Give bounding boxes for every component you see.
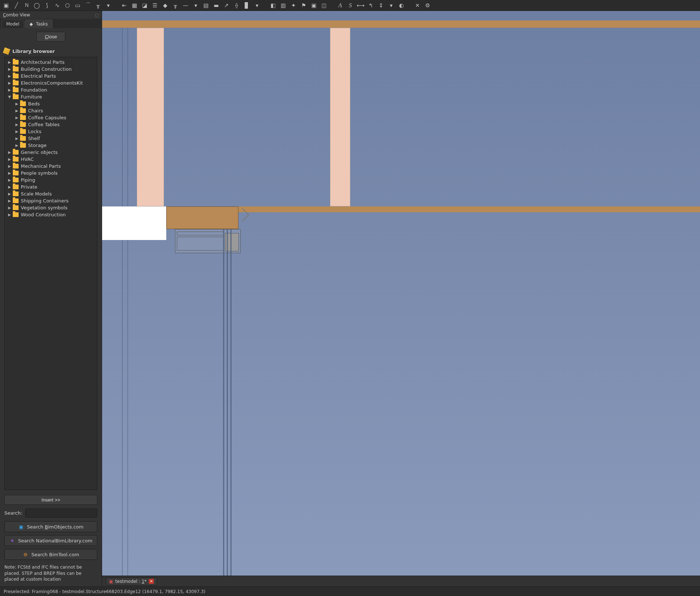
tree-item-private[interactable]: ▶Private bbox=[5, 183, 97, 190]
annotation-text-icon[interactable]: A bbox=[336, 1, 344, 9]
bim-box1-icon[interactable]: ▦ bbox=[131, 1, 139, 9]
placement-note: Note: FCStd and IFC files cannot be plac… bbox=[0, 561, 102, 587]
bim-stack-icon[interactable]: ☰ bbox=[151, 1, 159, 9]
annotation-vert-icon[interactable]: ↕ bbox=[377, 1, 385, 9]
bim-book-icon[interactable]: ▊ bbox=[243, 1, 251, 9]
tool-bridge-icon[interactable]: ╥ bbox=[94, 1, 102, 9]
tree-item-locks[interactable]: ▶Locks bbox=[5, 128, 97, 135]
bim-column-icon[interactable]: ╥ bbox=[171, 1, 179, 9]
model-glazing bbox=[221, 229, 234, 576]
close-button[interactable]: Close bbox=[36, 32, 65, 42]
bim-section-icon[interactable]: ⇤ bbox=[120, 1, 128, 9]
tree-item-furniture[interactable]: ▼Furniture bbox=[5, 93, 97, 100]
search-bimobjects-button[interactable]: ▣ Search BimObjects.com bbox=[4, 521, 97, 532]
tree-item-scale-models[interactable]: ▶Scale Models bbox=[5, 190, 97, 197]
settings-icon[interactable]: ✕ bbox=[413, 1, 421, 9]
library-browser-header[interactable]: Library browser bbox=[0, 45, 102, 57]
tree-item-coffee-tables[interactable]: ▶Coffee Tables bbox=[5, 121, 97, 128]
bim-flag-icon[interactable]: ⚑ bbox=[300, 1, 308, 9]
combo-tabs: Model ◆ Tasks bbox=[0, 19, 102, 28]
nbl-icon: ✷ bbox=[9, 538, 15, 543]
tab-model[interactable]: Model bbox=[1, 20, 24, 28]
bim-slab-icon[interactable]: ◆ bbox=[161, 1, 169, 9]
tool-arc3pt-icon[interactable]: ⌒ bbox=[84, 1, 92, 9]
bimobjects-icon: ▣ bbox=[18, 524, 24, 530]
tree-item-coffee-capsules[interactable]: ▶Coffee Capsules bbox=[5, 114, 97, 121]
tree-item-architectural-parts[interactable]: ▶Architectural Parts bbox=[5, 59, 97, 66]
doc-icon: ▣ bbox=[109, 579, 113, 584]
bim-box2-icon[interactable]: ◪ bbox=[141, 1, 149, 9]
tool-dropdown-icon[interactable]: ▾ bbox=[104, 1, 112, 9]
status-bar: Preselected: Framing068 - testmodel.Stru… bbox=[0, 587, 700, 596]
model-column-right bbox=[330, 28, 350, 206]
annotation-drop-icon[interactable]: ▾ bbox=[387, 1, 395, 9]
tree-item-building-construction[interactable]: ▶Building Construction bbox=[5, 66, 97, 73]
tree-item-people-symbols[interactable]: ▶People symbols bbox=[5, 170, 97, 177]
tree-item-foundation[interactable]: ▶Foundation bbox=[5, 86, 97, 93]
tree-item-storage[interactable]: ▶Storage bbox=[5, 142, 97, 149]
bim-drop-icon[interactable]: ▾ bbox=[192, 1, 200, 9]
model-guide-2 bbox=[128, 28, 128, 576]
tool-polyline-icon[interactable]: Ｎ bbox=[23, 1, 31, 9]
library-tree[interactable]: ▶Architectural Parts ▶Building Construct… bbox=[4, 57, 97, 490]
search-nationalbimlibrary-button[interactable]: ✷ Search NationalBimLibrary.com bbox=[4, 535, 97, 546]
model-guide-1 bbox=[122, 28, 122, 576]
search-label: Search: bbox=[4, 510, 22, 516]
bimtool-icon: ⚙ bbox=[23, 552, 28, 557]
tree-item-chairs[interactable]: ▶Chairs bbox=[5, 107, 97, 114]
viewport-area: ▣ testmodel : 1* ✕ bbox=[102, 11, 700, 587]
tool-arc-icon[interactable]: ⟆ bbox=[43, 1, 51, 9]
annotation-dim-icon[interactable]: ⟷ bbox=[357, 1, 365, 9]
tree-item-electronics-components-kit[interactable]: ▶ElectronicsComponentsKit bbox=[5, 80, 97, 86]
insert-button[interactable]: Insert >> bbox=[4, 495, 97, 505]
plugin-icon[interactable]: ⚙ bbox=[424, 1, 432, 9]
model-brown-block bbox=[166, 206, 238, 229]
tool-line-icon[interactable]: ╱ bbox=[12, 1, 20, 9]
bim-line-icon[interactable]: — bbox=[182, 1, 190, 9]
document-tabs: ▣ testmodel : 1* ✕ bbox=[102, 576, 700, 587]
bim-cube-icon[interactable]: ◧ bbox=[269, 1, 277, 9]
bim-drop2-icon[interactable]: ▾ bbox=[253, 1, 261, 9]
annotation-half-icon[interactable]: ◐ bbox=[397, 1, 405, 9]
model-beam-top bbox=[102, 20, 700, 28]
tree-item-hvac[interactable]: ▶HVAC bbox=[5, 156, 97, 163]
bim-pin-icon[interactable]: ⟠ bbox=[233, 1, 241, 9]
tool-polygon-icon[interactable]: ⬡ bbox=[63, 1, 71, 9]
bim-chart-icon[interactable]: ▥ bbox=[279, 1, 287, 9]
tool-spline-icon[interactable]: ∿ bbox=[53, 1, 61, 9]
tool-select-icon[interactable]: ▣ bbox=[2, 1, 10, 9]
undock-icon[interactable]: ▢ bbox=[95, 13, 99, 18]
tool-rect-icon[interactable]: ▭ bbox=[74, 1, 82, 9]
bim-grid-icon[interactable]: ▤ bbox=[202, 1, 210, 9]
tree-item-generic-objects[interactable]: ▶Generic objects bbox=[5, 149, 97, 156]
3d-viewport[interactable] bbox=[102, 11, 700, 576]
annotation-leader-icon[interactable]: ↰ bbox=[367, 1, 375, 9]
combo-view-panel: Combo View ▢ Model ◆ Tasks Close Library… bbox=[0, 11, 102, 587]
tree-item-shipping-containers[interactable]: ▶Shipping Containers bbox=[5, 197, 97, 204]
tool-circle-icon[interactable]: ◯ bbox=[33, 1, 41, 9]
status-text: Preselected: Framing068 - testmodel.Stru… bbox=[4, 589, 205, 594]
search-input[interactable] bbox=[25, 508, 97, 518]
tree-item-vegetation-symbols[interactable]: ▶Vegetation symbols bbox=[5, 204, 97, 211]
bim-axis-icon[interactable]: ↗ bbox=[222, 1, 230, 9]
tree-item-piping[interactable]: ▶Piping bbox=[5, 177, 97, 183]
annotation-shape-icon[interactable]: S bbox=[346, 1, 354, 9]
bim-module-icon[interactable]: ▣ bbox=[310, 1, 318, 9]
doc-tab-testmodel[interactable]: ▣ testmodel : 1* ✕ bbox=[106, 577, 157, 585]
bim-wall-icon[interactable]: ▬ bbox=[212, 1, 220, 9]
doc-tab-close-icon[interactable]: ✕ bbox=[149, 579, 154, 584]
tasks-icon: ◆ bbox=[30, 22, 35, 27]
tree-item-wood-construction[interactable]: ▶Wood Construction bbox=[5, 211, 97, 218]
bim-star-icon[interactable]: ✦ bbox=[289, 1, 298, 9]
tree-item-mechanical-parts[interactable]: ▶Mechanical Parts bbox=[5, 163, 97, 170]
tree-item-electrical-parts[interactable]: ▶Electrical Parts bbox=[5, 73, 97, 80]
library-icon bbox=[3, 47, 11, 55]
model-column-left bbox=[137, 28, 164, 206]
search-bimtool-button[interactable]: ⚙ Search BimTool.com bbox=[4, 549, 97, 560]
bim-box3-icon[interactable]: ◫ bbox=[320, 1, 328, 9]
main-toolbar: ▣ ╱ Ｎ ◯ ⟆ ∿ ⬡ ▭ ⌒ ╥ ▾ ⇤ ▦ ◪ ☰ ◆ ╥ — ▾ ▤ … bbox=[0, 0, 700, 11]
tree-item-shelf[interactable]: ▶Shelf bbox=[5, 135, 97, 142]
combo-view-title: Combo View ▢ bbox=[0, 11, 102, 19]
tree-item-beds[interactable]: ▶Beds bbox=[5, 100, 97, 107]
tab-tasks[interactable]: ◆ Tasks bbox=[25, 20, 52, 28]
